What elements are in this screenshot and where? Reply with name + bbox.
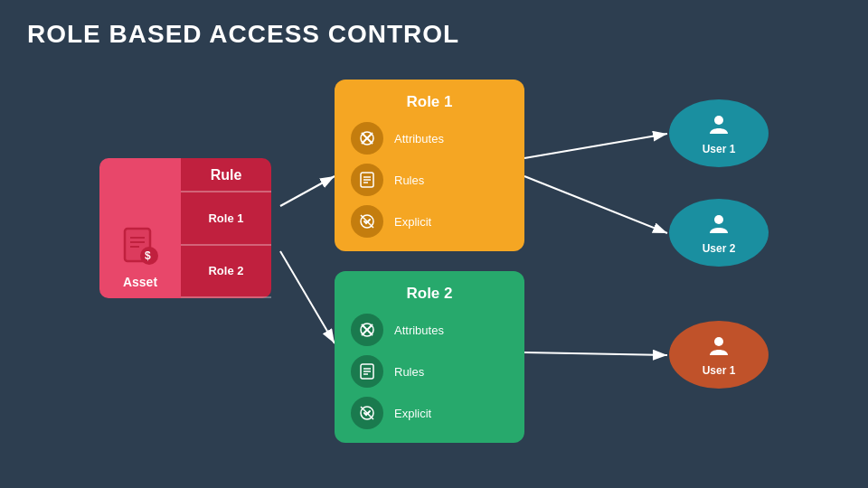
asset-role1-row: Role 1 [181,192,271,246]
svg-text:$: $ [145,249,151,262]
svg-line-1 [280,176,335,206]
user1-top-icon [706,112,731,141]
role1-item-attributes: Attributes [351,122,508,155]
svg-point-28 [714,215,723,224]
user1-top-label: User 1 [703,143,736,155]
svg-line-3 [524,134,667,158]
role1-attributes-label: Attributes [394,132,444,145]
role1-attributes-icon [351,122,383,155]
user1-bottom-icon [706,333,731,362]
asset-rule-header: Rule [181,158,271,192]
user2-oval: User 2 [669,199,769,267]
svg-line-4 [524,176,667,233]
asset-role2-row: Role 2 [181,246,271,299]
svg-point-29 [714,337,723,346]
role1-title: Role 1 [351,93,508,111]
user2-label: User 2 [703,242,736,255]
role2-item-rules: Rules [351,355,508,388]
asset-container: $ Asset Rule Role 1 Role 2 [99,158,271,298]
role1-rules-label: Rules [394,174,424,187]
role1-explicit-icon [351,205,383,238]
user2-icon [706,211,731,240]
asset-icon-box: $ Asset [99,158,181,298]
role2-rules-icon [351,355,383,388]
user1-bottom-oval: User 1 [669,321,769,389]
svg-line-5 [524,352,667,355]
user1-bottom-label: User 1 [703,364,736,377]
role2-explicit-icon [351,397,383,429]
page-title: ROLE BASED ACCESS CONTROL [27,20,459,49]
asset-icon: $ [118,224,163,269]
asset-rules-box: Rule Role 1 Role 2 [181,158,271,298]
role1-box: Role 1 Attributes Rules [335,80,524,251]
role2-attributes-label: Attributes [394,324,444,337]
role2-rules-label: Rules [394,365,424,379]
role2-box: Role 2 Attributes Rules [335,271,524,443]
user1-top-oval: User 1 [669,99,769,167]
role2-item-attributes: Attributes [351,314,508,346]
role2-explicit-label: Explicit [394,407,431,420]
role1-explicit-label: Explicit [394,215,431,229]
asset-label: Asset [123,275,157,289]
role2-attributes-icon [351,314,383,346]
role2-item-explicit: Explicit [351,397,508,429]
role1-item-rules: Rules [351,164,508,196]
role1-rules-icon [351,164,383,196]
svg-line-2 [280,251,335,343]
svg-point-27 [714,116,723,125]
role2-title: Role 2 [351,285,508,303]
role1-item-explicit: Explicit [351,205,508,238]
